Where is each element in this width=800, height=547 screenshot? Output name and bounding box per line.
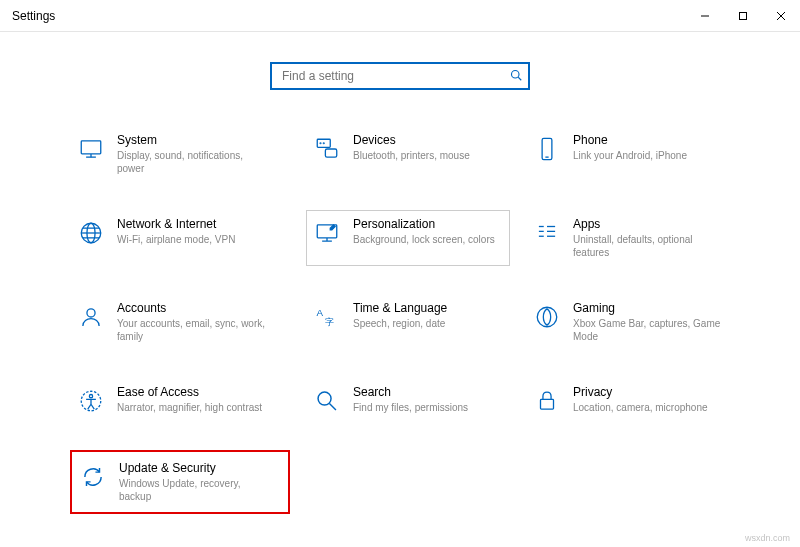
svg-rect-1 <box>740 12 747 19</box>
svg-point-11 <box>320 143 321 144</box>
minimize-button[interactable] <box>686 0 724 31</box>
svg-point-33 <box>318 392 331 405</box>
svg-point-27 <box>87 309 95 317</box>
window-controls <box>686 0 800 31</box>
watermark: wsxdn.com <box>745 533 790 543</box>
settings-grid: System Display, sound, notifications, po… <box>70 126 730 514</box>
tile-desc: Background, lock screen, colors <box>353 233 495 246</box>
minimize-icon <box>700 11 710 21</box>
svg-point-4 <box>512 70 520 78</box>
ease-of-access-icon <box>77 387 105 415</box>
svg-line-34 <box>329 403 336 410</box>
tile-gaming[interactable]: Gaming Xbox Game Bar, captures, Game Mod… <box>526 294 730 350</box>
tile-update-security[interactable]: Update & Security Windows Update, recove… <box>76 456 284 508</box>
svg-point-12 <box>323 143 324 144</box>
tile-desc: Windows Update, recovery, backup <box>119 477 269 503</box>
tile-title: Apps <box>573 217 723 231</box>
tile-desc: Link your Android, iPhone <box>573 149 687 162</box>
tile-title: System <box>117 133 267 147</box>
search-box[interactable] <box>270 62 530 90</box>
tile-desc: Xbox Game Bar, captures, Game Mode <box>573 317 723 343</box>
tile-desc: Wi-Fi, airplane mode, VPN <box>117 233 235 246</box>
tile-phone[interactable]: Phone Link your Android, iPhone <box>526 126 730 182</box>
phone-icon <box>533 135 561 163</box>
close-button[interactable] <box>762 0 800 31</box>
highlight-update-security: Update & Security Windows Update, recove… <box>70 450 290 514</box>
tile-desc: Bluetooth, printers, mouse <box>353 149 470 162</box>
tile-title: Gaming <box>573 301 723 315</box>
svg-rect-35 <box>541 399 554 409</box>
maximize-button[interactable] <box>724 0 762 31</box>
tile-desc: Uninstall, defaults, optional features <box>573 233 723 259</box>
system-icon <box>77 135 105 163</box>
devices-icon <box>313 135 341 163</box>
tile-desc: Speech, region, date <box>353 317 447 330</box>
tile-title: Phone <box>573 133 687 147</box>
tile-title: Search <box>353 385 468 399</box>
svg-text:字: 字 <box>325 317 334 327</box>
tile-privacy[interactable]: Privacy Location, camera, microphone <box>526 378 730 422</box>
tile-desc: Find my files, permissions <box>353 401 468 414</box>
network-icon <box>77 219 105 247</box>
tile-title: Network & Internet <box>117 217 235 231</box>
tile-title: Ease of Access <box>117 385 262 399</box>
search-wrap <box>60 62 740 90</box>
title-bar: Settings <box>0 0 800 32</box>
tile-desc: Narrator, magnifier, high contrast <box>117 401 262 414</box>
search-tile-icon <box>313 387 341 415</box>
personalization-icon <box>313 219 341 247</box>
tile-title: Privacy <box>573 385 708 399</box>
svg-rect-10 <box>325 149 336 157</box>
tile-title: Time & Language <box>353 301 447 315</box>
tile-system[interactable]: System Display, sound, notifications, po… <box>70 126 290 182</box>
tile-title: Update & Security <box>119 461 269 475</box>
tile-title: Devices <box>353 133 470 147</box>
svg-rect-13 <box>542 138 552 159</box>
svg-rect-6 <box>81 141 101 154</box>
window-title: Settings <box>12 9 55 23</box>
svg-text:A: A <box>316 307 323 318</box>
tile-desc: Display, sound, notifications, power <box>117 149 267 175</box>
tile-title: Accounts <box>117 301 267 315</box>
tile-personalization[interactable]: Personalization Background, lock screen,… <box>306 210 510 266</box>
tile-search[interactable]: Search Find my files, permissions <box>306 378 510 422</box>
update-security-icon <box>79 463 107 491</box>
close-icon <box>776 11 786 21</box>
tile-apps[interactable]: Apps Uninstall, defaults, optional featu… <box>526 210 730 266</box>
svg-point-32 <box>89 395 92 398</box>
accounts-icon <box>77 303 105 331</box>
tile-desc: Your accounts, email, sync, work, family <box>117 317 267 343</box>
maximize-icon <box>738 11 748 21</box>
search-icon <box>510 69 522 84</box>
svg-point-30 <box>537 307 557 327</box>
tile-ease-of-access[interactable]: Ease of Access Narrator, magnifier, high… <box>70 378 290 422</box>
privacy-icon <box>533 387 561 415</box>
tile-accounts[interactable]: Accounts Your accounts, email, sync, wor… <box>70 294 290 350</box>
tile-devices[interactable]: Devices Bluetooth, printers, mouse <box>306 126 510 182</box>
tile-desc: Location, camera, microphone <box>573 401 708 414</box>
tile-title: Personalization <box>353 217 495 231</box>
apps-icon <box>533 219 561 247</box>
svg-line-5 <box>518 77 521 80</box>
gaming-icon <box>533 303 561 331</box>
tile-network[interactable]: Network & Internet Wi-Fi, airplane mode,… <box>70 210 290 266</box>
content-area: System Display, sound, notifications, po… <box>0 32 800 514</box>
tile-time-language[interactable]: A字 Time & Language Speech, region, date <box>306 294 510 350</box>
search-input[interactable] <box>280 68 510 84</box>
time-language-icon: A字 <box>313 303 341 331</box>
